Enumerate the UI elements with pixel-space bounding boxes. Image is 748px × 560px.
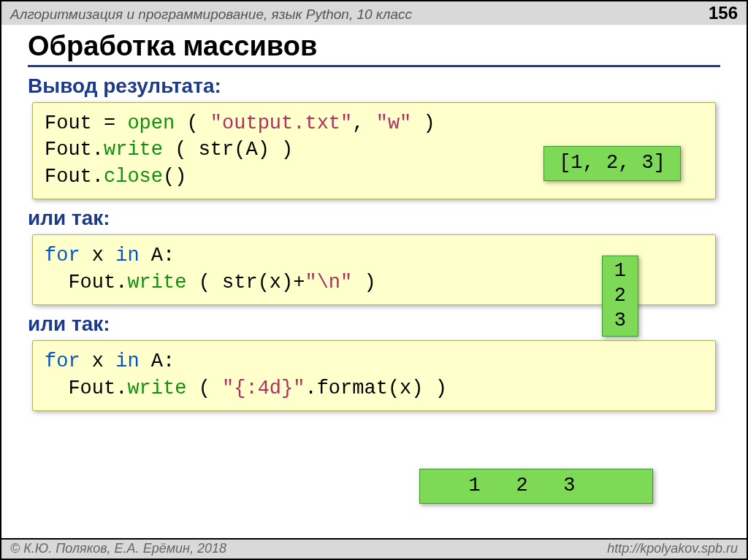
page-footer: © К.Ю. Поляков, Е.А. Ерёмин, 2018 http:/…	[1, 538, 747, 559]
footer-url: http://kpolyakov.spb.ru	[607, 541, 738, 556]
slide-content: Обработка массивов Вывод результата: Fou…	[1, 25, 747, 411]
output-box-1: [1, 2, 3]	[543, 146, 681, 181]
code-block-3: for x in A: Fout.write ( "{:4d}".format(…	[32, 340, 716, 411]
copyright: © К.Ю. Поляков, Е.А. Ерёмин, 2018	[10, 541, 226, 556]
output-box-2: 1 2 3	[602, 256, 638, 337]
section-heading-1: Вывод результата:	[28, 74, 720, 98]
output-box-3: 1 2 3	[419, 469, 653, 504]
breadcrumb: Алгоритмизация и программирование, язык …	[10, 7, 412, 23]
page-number: 156	[709, 3, 738, 23]
page-header: Алгоритмизация и программирование, язык …	[1, 1, 747, 25]
slide-title: Обработка массивов	[28, 31, 720, 67]
section-heading-2: или так:	[28, 207, 720, 230]
